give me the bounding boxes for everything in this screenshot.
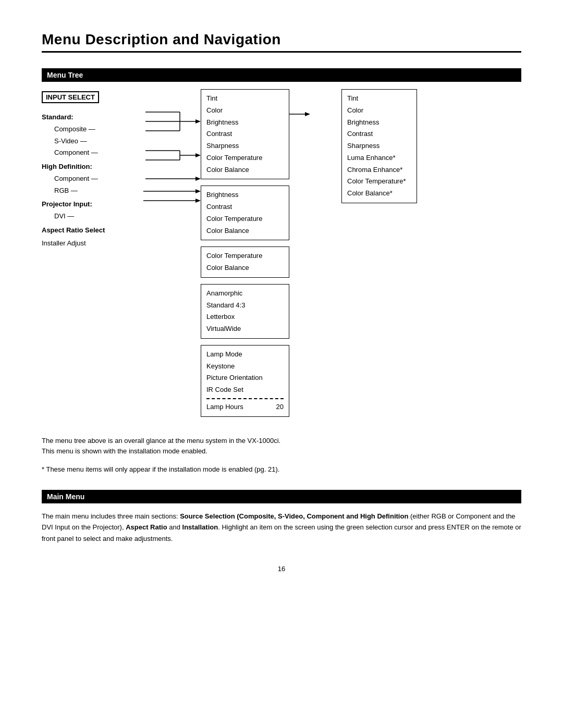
list-item: S-Video — [54, 135, 138, 147]
list-item: Color Temperature [206, 152, 284, 164]
list-item: Brightness [206, 117, 284, 129]
submenu5: Lamp Mode Keystone Picture Orientation I… [201, 345, 289, 417]
high-def-label: High Definition: [42, 161, 138, 173]
list-item: Color Balance [206, 164, 284, 176]
svg-marker-5 [195, 119, 201, 124]
list-item: Composite — [54, 124, 138, 135]
dashed-divider [206, 398, 284, 399]
list-item: Luma Enhance* [347, 152, 411, 164]
list-item: Anamorphic [206, 288, 284, 300]
main-menu-bold2: Aspect Ratio [126, 523, 167, 531]
list-item: Picture Orientation [206, 372, 284, 384]
menu-tree-wrapper: INPUT SELECT Standard: Composite — S-Vid… [42, 89, 521, 417]
list-item: Sharpness [347, 140, 411, 152]
standard-items: Composite — S-Video — Component — [54, 124, 138, 159]
main-menu-text-mid2: and [167, 523, 182, 531]
main-menu-header: Main Menu [42, 490, 521, 503]
list-item: Letterbox [206, 311, 284, 323]
main-menu-section: Main Menu The main menu includes three m… [42, 490, 521, 544]
list-item: Tint [206, 93, 284, 105]
svg-marker-13 [195, 177, 201, 181]
list-item: Component — [54, 147, 138, 159]
page-number: 16 [42, 565, 521, 573]
submenu4: Anamorphic Standard 4:3 Letterbox Virtua… [201, 284, 289, 339]
projector-input-label: Projector Input: [42, 199, 138, 211]
installer-label: Installer Adjust [42, 238, 138, 250]
svg-marker-10 [195, 153, 201, 157]
list-item: Contrast [206, 201, 284, 213]
list-item: Brightness [347, 117, 411, 129]
projector-items: DVI — [54, 211, 138, 223]
left-panel: INPUT SELECT Standard: Composite — S-Vid… [42, 89, 138, 249]
main-menu-body: The main menu includes three main sectio… [42, 511, 521, 544]
submenu1: Tint Color Brightness Contrast Sharpness… [201, 89, 289, 179]
tree-layout: INPUT SELECT Standard: Composite — S-Vid… [42, 89, 521, 417]
main-menu-bold1: Source Selection (Composite, S-Video, Co… [180, 512, 408, 520]
svg-marker-19 [195, 199, 201, 203]
right-col-box: Tint Color Brightness Contrast Sharpness… [341, 89, 417, 203]
list-item: Color [347, 105, 411, 117]
list-item: Lamp Mode [206, 349, 284, 361]
main-menu-bold3: Installation [182, 523, 218, 531]
list-item: IR Code Set [206, 384, 284, 396]
list-item: Tint [347, 93, 411, 105]
main-menu-text-before1: The main menu includes three main sectio… [42, 512, 180, 520]
menu-tree-header: Menu Tree [42, 68, 521, 82]
list-item: Component — [54, 173, 138, 185]
lamp-hours-row: Lamp Hours 20 [206, 401, 284, 413]
list-item: Color [206, 105, 284, 117]
list-item: Standard 4:3 [206, 300, 284, 312]
list-item: Keystone [206, 361, 284, 373]
list-item: Color Balance* [347, 188, 411, 200]
list-item: Color Temperature [206, 213, 284, 225]
input-select-label: INPUT SELECT [42, 91, 99, 103]
lamp-hours-label: Lamp Hours [206, 401, 243, 413]
list-item: Brightness [206, 189, 284, 201]
list-item: Contrast [347, 128, 411, 140]
menu-tree-section: Menu Tree INPUT SELECT Standard: Composi… [42, 68, 521, 417]
svg-marker-21 [305, 112, 310, 116]
lamp-hours-value: 20 [276, 401, 284, 413]
list-item: Color Temperature* [347, 176, 411, 188]
list-item: Chroma Enhance* [347, 164, 411, 176]
connector-area [138, 89, 201, 417]
list-item: RGB — [54, 185, 138, 197]
asterisk-note: * These menu items will only appear if t… [42, 464, 521, 475]
list-item: VirtualWide [206, 323, 284, 335]
list-item: Color Temperature [206, 250, 284, 262]
aspect-ratio-label: Aspect Ratio Select [42, 225, 138, 237]
description-block: The menu tree above is an overall glance… [42, 436, 521, 475]
description-text1: The menu tree above is an overall glance… [42, 436, 521, 458]
mid-panel: Tint Color Brightness Contrast Sharpness… [201, 89, 289, 417]
right-connector-svg [289, 89, 315, 360]
submenu3: Color Temperature Color Balance [201, 246, 289, 278]
right-panel: Tint Color Brightness Contrast Sharpness… [336, 89, 417, 203]
list-item: Sharpness [206, 140, 284, 152]
list-item: DVI — [54, 211, 138, 223]
right-connector-area [289, 89, 315, 417]
svg-marker-16 [195, 189, 201, 193]
list-item: Contrast [206, 128, 284, 140]
connector-svg [138, 89, 201, 360]
list-item: Color Balance [206, 262, 284, 274]
page-title: Menu Description and Navigation [42, 31, 521, 53]
high-def-items: Component — RGB — [54, 173, 138, 197]
standard-label: Standard: [42, 112, 138, 124]
list-item: Color Balance [206, 225, 284, 237]
submenu2: Brightness Contrast Color Temperature Co… [201, 186, 289, 240]
